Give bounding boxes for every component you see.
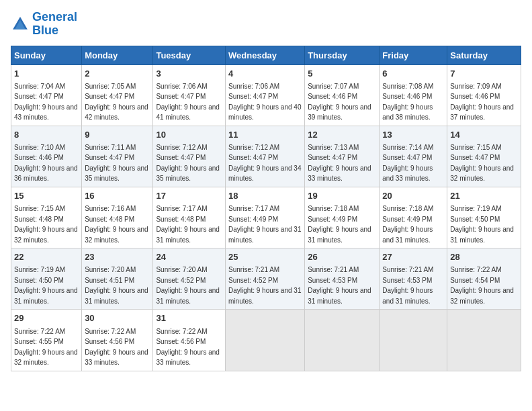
- logo-text-blue: Blue: [32, 24, 77, 38]
- day-cell-15: 15Sunrise: 7:15 AMSunset: 4:48 PMDayligh…: [11, 187, 82, 248]
- day-number: 26: [308, 251, 376, 263]
- day-info: Sunrise: 7:04 AMSunset: 4:47 PMDaylight:…: [14, 83, 78, 122]
- day-cell-30: 30Sunrise: 7:22 AMSunset: 4:56 PMDayligh…: [82, 310, 153, 371]
- day-cell-13: 13Sunrise: 7:14 AMSunset: 4:47 PMDayligh…: [380, 126, 447, 187]
- day-info: Sunrise: 7:18 AMSunset: 4:49 PMDaylight:…: [308, 205, 371, 244]
- day-info: Sunrise: 7:06 AMSunset: 4:47 PMDaylight:…: [156, 83, 220, 122]
- day-cell-16: 16Sunrise: 7:16 AMSunset: 4:48 PMDayligh…: [82, 187, 153, 248]
- day-cell-24: 24Sunrise: 7:20 AMSunset: 4:52 PMDayligh…: [153, 248, 226, 310]
- day-info: Sunrise: 7:18 AMSunset: 4:49 PMDaylight:…: [382, 205, 433, 244]
- day-info: Sunrise: 7:09 AMSunset: 4:46 PMDaylight:…: [450, 83, 514, 122]
- day-info: Sunrise: 7:22 AMSunset: 4:54 PMDaylight:…: [450, 266, 514, 305]
- column-header-wednesday: Wednesday: [226, 46, 305, 64]
- day-cell-27: 27Sunrise: 7:21 AMSunset: 4:53 PMDayligh…: [380, 248, 447, 310]
- day-cell-26: 26Sunrise: 7:21 AMSunset: 4:53 PMDayligh…: [305, 248, 380, 310]
- day-number: 24: [156, 251, 222, 263]
- calendar-table: SundayMondayTuesdayWednesdayThursdayFrid…: [11, 46, 521, 371]
- day-info: Sunrise: 7:22 AMSunset: 4:56 PMDaylight:…: [85, 328, 148, 367]
- logo: General Blue: [11, 11, 77, 38]
- day-info: Sunrise: 7:22 AMSunset: 4:56 PMDaylight:…: [156, 328, 220, 367]
- day-number: 1: [14, 68, 79, 80]
- day-info: Sunrise: 7:12 AMSunset: 4:47 PMDaylight:…: [228, 144, 301, 183]
- day-number: 10: [156, 129, 222, 141]
- day-number: 6: [382, 68, 444, 80]
- empty-cell: [226, 310, 305, 371]
- day-number: 29: [14, 312, 79, 324]
- day-cell-2: 2Sunrise: 7:05 AMSunset: 4:47 PMDaylight…: [82, 64, 153, 126]
- day-cell-5: 5Sunrise: 7:07 AMSunset: 4:46 PMDaylight…: [305, 64, 380, 126]
- day-cell-19: 19Sunrise: 7:18 AMSunset: 4:49 PMDayligh…: [305, 187, 380, 248]
- empty-cell: [380, 310, 447, 371]
- day-info: Sunrise: 7:13 AMSunset: 4:47 PMDaylight:…: [308, 144, 371, 183]
- day-info: Sunrise: 7:21 AMSunset: 4:53 PMDaylight:…: [308, 266, 371, 305]
- day-number: 14: [450, 129, 518, 141]
- day-cell-1: 1Sunrise: 7:04 AMSunset: 4:47 PMDaylight…: [11, 64, 82, 126]
- day-number: 23: [85, 251, 150, 263]
- day-info: Sunrise: 7:22 AMSunset: 4:55 PMDaylight:…: [14, 328, 78, 367]
- day-cell-14: 14Sunrise: 7:15 AMSunset: 4:47 PMDayligh…: [447, 126, 521, 187]
- day-info: Sunrise: 7:12 AMSunset: 4:47 PMDaylight:…: [156, 144, 220, 183]
- empty-cell: [447, 310, 521, 371]
- day-cell-23: 23Sunrise: 7:20 AMSunset: 4:51 PMDayligh…: [82, 248, 153, 310]
- day-number: 11: [228, 129, 302, 141]
- day-cell-6: 6Sunrise: 7:08 AMSunset: 4:46 PMDaylight…: [380, 64, 447, 126]
- day-number: 30: [85, 312, 150, 324]
- day-info: Sunrise: 7:14 AMSunset: 4:47 PMDaylight:…: [382, 144, 433, 183]
- day-info: Sunrise: 7:20 AMSunset: 4:52 PMDaylight:…: [156, 266, 220, 305]
- day-number: 5: [308, 68, 376, 80]
- logo-text-general: General: [32, 11, 77, 24]
- day-info: Sunrise: 7:08 AMSunset: 4:46 PMDaylight:…: [382, 83, 433, 122]
- day-info: Sunrise: 7:21 AMSunset: 4:52 PMDaylight:…: [228, 266, 301, 305]
- day-cell-4: 4Sunrise: 7:06 AMSunset: 4:47 PMDaylight…: [226, 64, 305, 126]
- day-number: 16: [85, 190, 150, 202]
- day-cell-31: 31Sunrise: 7:22 AMSunset: 4:56 PMDayligh…: [153, 310, 226, 371]
- day-info: Sunrise: 7:07 AMSunset: 4:46 PMDaylight:…: [308, 83, 371, 122]
- day-cell-7: 7Sunrise: 7:09 AMSunset: 4:46 PMDaylight…: [447, 64, 521, 126]
- day-info: Sunrise: 7:06 AMSunset: 4:47 PMDaylight:…: [228, 83, 301, 122]
- day-info: Sunrise: 7:16 AMSunset: 4:48 PMDaylight:…: [85, 205, 148, 244]
- column-header-saturday: Saturday: [447, 46, 521, 64]
- day-cell-17: 17Sunrise: 7:17 AMSunset: 4:48 PMDayligh…: [153, 187, 226, 248]
- day-number: 9: [85, 129, 150, 141]
- day-cell-11: 11Sunrise: 7:12 AMSunset: 4:47 PMDayligh…: [226, 126, 305, 187]
- column-header-thursday: Thursday: [305, 46, 380, 64]
- day-number: 13: [382, 129, 444, 141]
- day-info: Sunrise: 7:15 AMSunset: 4:47 PMDaylight:…: [450, 144, 514, 183]
- day-info: Sunrise: 7:19 AMSunset: 4:50 PMDaylight:…: [14, 266, 78, 305]
- day-number: 20: [382, 190, 444, 202]
- day-number: 27: [382, 251, 444, 263]
- day-number: 28: [450, 251, 518, 263]
- day-number: 18: [228, 190, 302, 202]
- day-cell-8: 8Sunrise: 7:10 AMSunset: 4:46 PMDaylight…: [11, 126, 82, 187]
- day-number: 15: [14, 190, 79, 202]
- empty-cell: [305, 310, 380, 371]
- page-header: General Blue: [11, 11, 521, 38]
- day-info: Sunrise: 7:20 AMSunset: 4:51 PMDaylight:…: [85, 266, 148, 305]
- day-number: 17: [156, 190, 222, 202]
- column-header-friday: Friday: [380, 46, 447, 64]
- day-info: Sunrise: 7:15 AMSunset: 4:48 PMDaylight:…: [14, 205, 78, 244]
- day-info: Sunrise: 7:17 AMSunset: 4:48 PMDaylight:…: [156, 205, 220, 244]
- day-info: Sunrise: 7:10 AMSunset: 4:46 PMDaylight:…: [14, 144, 78, 183]
- day-number: 12: [308, 129, 376, 141]
- day-info: Sunrise: 7:21 AMSunset: 4:53 PMDaylight:…: [382, 266, 433, 305]
- column-header-tuesday: Tuesday: [153, 46, 226, 64]
- day-number: 2: [85, 68, 150, 80]
- day-number: 8: [14, 129, 79, 141]
- day-cell-28: 28Sunrise: 7:22 AMSunset: 4:54 PMDayligh…: [447, 248, 521, 310]
- day-number: 7: [450, 68, 518, 80]
- day-info: Sunrise: 7:11 AMSunset: 4:47 PMDaylight:…: [85, 144, 148, 183]
- day-cell-21: 21Sunrise: 7:19 AMSunset: 4:50 PMDayligh…: [447, 187, 521, 248]
- day-number: 3: [156, 68, 222, 80]
- day-info: Sunrise: 7:05 AMSunset: 4:47 PMDaylight:…: [85, 83, 148, 122]
- day-number: 31: [156, 312, 222, 324]
- day-cell-29: 29Sunrise: 7:22 AMSunset: 4:55 PMDayligh…: [11, 310, 82, 371]
- day-number: 25: [228, 251, 302, 263]
- day-cell-3: 3Sunrise: 7:06 AMSunset: 4:47 PMDaylight…: [153, 64, 226, 126]
- day-number: 21: [450, 190, 518, 202]
- day-cell-18: 18Sunrise: 7:17 AMSunset: 4:49 PMDayligh…: [226, 187, 305, 248]
- logo-icon: [11, 15, 30, 34]
- column-header-monday: Monday: [82, 46, 153, 64]
- day-cell-10: 10Sunrise: 7:12 AMSunset: 4:47 PMDayligh…: [153, 126, 226, 187]
- day-number: 4: [228, 68, 302, 80]
